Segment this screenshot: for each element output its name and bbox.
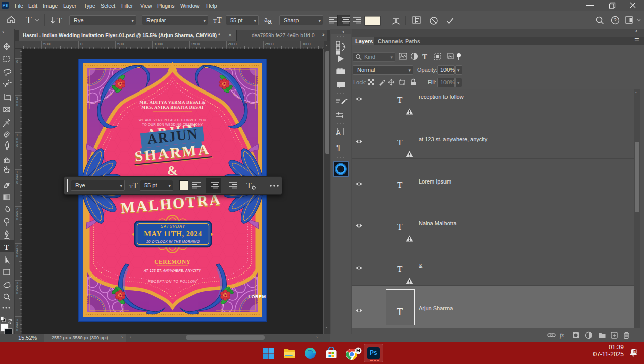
svg-text:0: 0	[16, 103, 18, 107]
svg-text:A: A	[336, 128, 341, 137]
svg-text:500: 500	[43, 42, 51, 47]
svg-text:&: &	[167, 163, 178, 178]
svg-text:T: T	[129, 183, 133, 189]
svg-text:fx: fx	[560, 332, 564, 339]
svg-text:T: T	[422, 53, 427, 61]
svg-text:0: 0	[16, 60, 18, 63]
svg-text:T: T	[133, 181, 138, 190]
svg-text:MR. ADITYA VERMA DESAI &: MR. ADITYA VERMA DESAI &	[139, 100, 206, 105]
svg-text:0: 0	[16, 144, 18, 147]
svg-text:T: T	[213, 18, 217, 24]
svg-text:CEREMONY: CEREMONY	[154, 259, 191, 265]
svg-text:¶: ¶	[336, 143, 340, 151]
svg-text:0: 0	[16, 254, 18, 258]
svg-text:1500: 1500	[191, 42, 200, 47]
svg-text:MRS. ANIKA BHATIA DESAI: MRS. ANIKA BHATIA DESAI	[141, 105, 204, 110]
svg-text:T: T	[26, 15, 32, 25]
svg-text:a: a	[264, 16, 268, 23]
svg-text:T: T	[57, 16, 62, 25]
svg-text:0: 0	[80, 42, 83, 47]
svg-text:LOREM: LOREM	[249, 294, 266, 299]
svg-text:1000: 1000	[154, 42, 163, 47]
svg-text:0: 0	[16, 291, 18, 295]
svg-text:500: 500	[117, 42, 124, 47]
svg-text:0: 0	[16, 180, 18, 184]
svg-text:2000: 2000	[228, 42, 237, 47]
svg-text:SATURDAY: SATURDAY	[161, 224, 185, 229]
svg-text:RECEPTION TO FOLLOW: RECEPTION TO FOLLOW	[148, 280, 197, 283]
svg-text:MAY 11TH, 2024: MAY 11TH, 2024	[144, 230, 202, 238]
svg-text:0: 0	[16, 328, 18, 332]
svg-text:?: ?	[614, 18, 617, 23]
svg-text:10 O'CLOCK IN THE MORNING: 10 O'CLOCK IN THE MORNING	[146, 240, 200, 243]
svg-text:2500: 2500	[265, 42, 274, 47]
svg-text:AT 123 ST. ANYWHERE, ANYCITY: AT 123 ST. ANYWHERE, ANYCITY	[143, 269, 201, 272]
svg-text:3000: 3000	[302, 42, 311, 47]
svg-text:T: T	[217, 16, 222, 24]
svg-text:T: T	[4, 244, 9, 251]
svg-text:0: 0	[16, 217, 18, 221]
svg-text:T: T	[246, 181, 252, 190]
svg-text:a: a	[268, 17, 272, 25]
